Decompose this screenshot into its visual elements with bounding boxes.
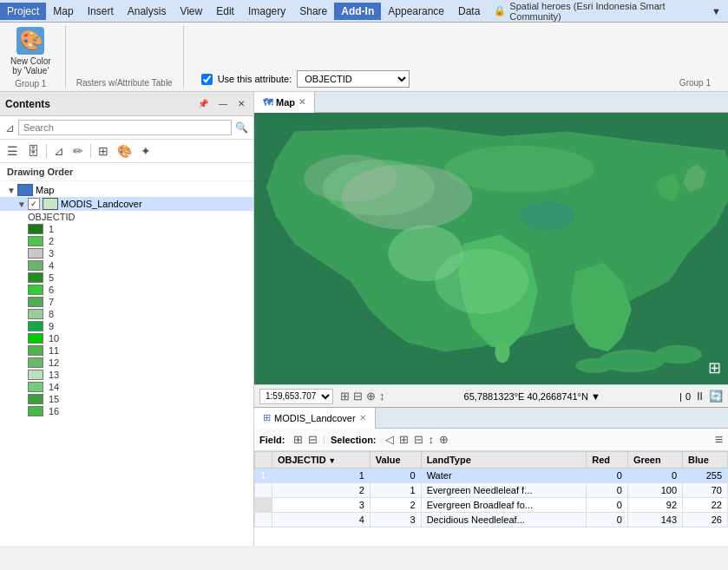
scale-select[interactable]: 1:59,653.707 (259, 389, 333, 404)
toolbar-divider: | (323, 435, 325, 444)
magic-icon[interactable]: ✦ (139, 142, 153, 160)
use-attribute-row: Use this attribute: OBJECTID Value LandT… (201, 70, 410, 88)
refresh-icon[interactable]: 🔄 (709, 390, 723, 403)
table-row[interactable]: 4 3 Decidious Needleleaf... 0 143 26 (255, 513, 728, 527)
menu-item-imagery[interactable]: Imagery (241, 3, 292, 20)
map-tab-close-icon[interactable]: ✕ (298, 97, 305, 107)
nav-icon-left: | (679, 391, 682, 402)
pencil-icon[interactable]: ✏ (71, 142, 85, 160)
legend-swatch (28, 394, 43, 404)
paint-icon[interactable]: 🎨 (115, 142, 134, 160)
col-blue[interactable]: Blue (683, 452, 728, 468)
expand-map-icon[interactable]: ⊞ (708, 358, 721, 377)
coord-dropdown-icon[interactable]: ▼ (591, 391, 600, 402)
app-title: Spatial heroes (Esri Indonesia Smart Com… (509, 1, 708, 22)
navigate-tool-icon[interactable]: ↕ (379, 390, 385, 403)
attr-tab-modis[interactable]: ⊞ MODIS_Landcover ✕ (254, 408, 376, 429)
select-tool-2-icon[interactable]: ⊞ (399, 433, 409, 446)
legend-swatch (28, 248, 43, 259)
modis-layer-label: MODIS_Landcover (61, 199, 142, 209)
tree-item-map[interactable]: ▼ Map (0, 183, 253, 197)
dropdown-arrow-icon[interactable]: ▼ (712, 6, 721, 16)
col-value[interactable]: Value (370, 452, 421, 468)
search-input[interactable] (18, 120, 232, 135)
menu-item-appearance[interactable]: Appearance (381, 3, 451, 20)
col-green[interactable]: Green (627, 452, 682, 468)
cell-objectid: 1 (272, 468, 371, 483)
tree-item-modis[interactable]: ▼ ✓ MODIS_Landcover (0, 197, 253, 211)
menu-item-addin[interactable]: Add-In (334, 3, 381, 20)
table-row[interactable]: 3 2 Evergreen Broadleaf fo... 0 92 22 (255, 498, 728, 513)
pause-icon[interactable]: ⏸ (694, 390, 705, 403)
cell-red: 0 (587, 468, 628, 483)
legend-item: 10 (0, 332, 253, 344)
select-tool-3-icon[interactable]: ⊟ (414, 433, 423, 446)
right-area: 🗺 Map ✕ (254, 92, 728, 546)
minimize-button[interactable]: — (215, 97, 231, 110)
filter-layers-icon[interactable]: ⊿ (52, 142, 66, 160)
attribute-select[interactable]: OBJECTID Value LandType Red Green Blue (297, 70, 410, 88)
menu-item-share[interactable]: Share (292, 3, 334, 20)
menu-item-insert[interactable]: Insert (81, 3, 121, 20)
legend-label: 9 (49, 321, 54, 331)
row-indicator (255, 483, 272, 498)
map-viewport[interactable]: ⊞ (254, 113, 728, 384)
svg-point-11 (519, 202, 575, 230)
attr-table-container[interactable]: OBJECTID Value LandType Red Green Blue 1… (254, 451, 728, 546)
menu-item-edit[interactable]: Edit (209, 3, 241, 20)
use-attribute-checkbox[interactable] (201, 74, 213, 85)
grid-icon[interactable]: ⊞ (96, 142, 110, 160)
contents-controls: 📌 — ✕ (194, 97, 248, 110)
legend-swatch (28, 236, 43, 246)
select-tool-1-icon[interactable]: ◁ (385, 433, 394, 446)
col-objectid[interactable]: OBJECTID (272, 452, 371, 468)
pin-button[interactable]: 📌 (194, 97, 212, 110)
color-icon: 🎨 (16, 27, 44, 55)
map-tab[interactable]: 🗺 Map ✕ (254, 92, 315, 113)
legend-item: 5 (0, 272, 253, 284)
nav-tools: | 0 ⏸ 🔄 (679, 390, 723, 403)
svg-point-2 (655, 345, 702, 364)
select-tool-5-icon[interactable]: ⊕ (439, 433, 449, 446)
select-tool-4-icon[interactable]: ↕ (429, 433, 435, 446)
legend-item: 1 (0, 223, 253, 235)
col-red[interactable]: Red (587, 452, 628, 468)
menu-item-data[interactable]: Data (451, 3, 487, 20)
grid-tool-icon[interactable]: ⊟ (353, 390, 363, 403)
status-tools: ⊞ ⊟ ⊕ ↕ (340, 390, 385, 403)
table-row[interactable]: 1 1 0 Water 0 0 255 (255, 468, 728, 483)
search-bar: ⊿ 🔍 (0, 116, 253, 140)
attr-menu-icon[interactable]: ≡ (715, 432, 723, 448)
group1-label: Group 1 (15, 79, 46, 88)
list-view-icon[interactable]: ☰ (5, 142, 20, 160)
table-row[interactable]: 2 1 Evergreen Needleleaf f... 0 100 70 (255, 483, 728, 498)
main-layout: Contents 📌 — ✕ ⊿ 🔍 ☰ 🗄 ⊿ ✏ ⊞ 🎨 ✦ Drawing… (0, 92, 728, 546)
search-icon[interactable]: 🔍 (235, 121, 248, 134)
map-tools-icon[interactable]: ⊞ (340, 390, 350, 403)
legend-label: 12 (49, 357, 59, 368)
group3-label: Group 1 (679, 78, 711, 88)
cell-value: 3 (370, 513, 421, 527)
field-label: Field: (259, 435, 285, 445)
menu-item-project[interactable]: Project (0, 3, 46, 20)
menu-item-analysis[interactable]: Analysis (121, 3, 174, 20)
map-tab-label: Map (276, 97, 295, 108)
contents-title: Contents (5, 98, 50, 110)
new-color-button[interactable]: 🎨 New Colorby 'Value' (7, 25, 55, 77)
legend-item: 8 (0, 308, 253, 320)
field-tool-1-icon[interactable]: ⊞ (293, 433, 303, 446)
field-tool-2-icon[interactable]: ⊟ (308, 433, 318, 446)
menu-item-view[interactable]: View (173, 3, 209, 20)
database-icon[interactable]: 🗄 (25, 142, 41, 160)
extent-tool-icon[interactable]: ⊕ (366, 390, 376, 403)
close-panel-button[interactable]: ✕ (234, 97, 248, 110)
attr-tab-close-icon[interactable]: ✕ (359, 413, 366, 423)
legend-label: 5 (49, 272, 54, 283)
menu-item-map[interactable]: Map (46, 3, 80, 20)
legend-item: 6 (0, 284, 253, 296)
layer-visibility-checkbox[interactable]: ✓ (28, 198, 40, 210)
col-landtype[interactable]: LandType (421, 452, 587, 468)
cell-objectid: 3 (272, 498, 371, 513)
legend-label: 7 (49, 297, 54, 307)
legend-label: 14 (49, 382, 59, 392)
